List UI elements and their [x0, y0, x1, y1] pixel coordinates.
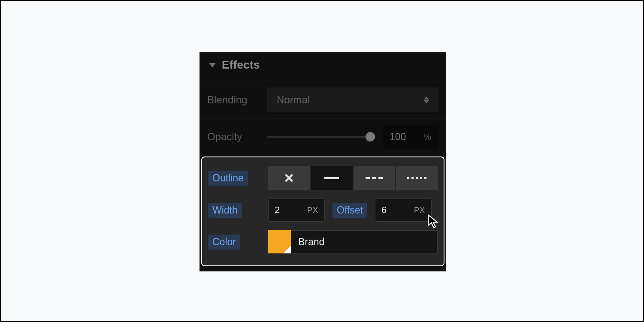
outline-style-group: ✕ [268, 166, 438, 190]
outline-label: Outline [208, 171, 248, 186]
slider-track [267, 136, 375, 138]
offset-input[interactable]: 6 PX [375, 199, 432, 222]
offset-value: 6 [381, 205, 387, 216]
x-icon: ✕ [284, 171, 294, 186]
outline-dashed-button[interactable] [354, 166, 395, 190]
panel-title: Effects [222, 58, 260, 72]
dotted-line-icon [407, 177, 426, 179]
width-value: 2 [275, 205, 280, 216]
effects-panel: Effects Blending Normal Opacity 100 % Ou… [200, 52, 446, 271]
outline-section: Outline ✕ Width 2 PX Offset 6 PX Color [201, 156, 444, 266]
panel-header[interactable]: Effects [200, 52, 446, 81]
blending-row: Blending Normal [200, 81, 446, 118]
opacity-row: Opacity 100 % [200, 118, 446, 155]
offset-unit: PX [414, 206, 425, 215]
outline-dotted-button[interactable] [396, 166, 438, 190]
outline-solid-button[interactable] [311, 166, 352, 190]
collapse-icon [209, 63, 216, 67]
dashed-line-icon [366, 177, 383, 179]
outline-none-button[interactable]: ✕ [268, 166, 310, 190]
opacity-unit: % [423, 132, 432, 142]
width-offset-row: Width 2 PX Offset 6 PX [208, 194, 438, 226]
slider-thumb[interactable] [366, 132, 375, 141]
opacity-value: 100 [390, 131, 406, 143]
color-picker[interactable]: Brand [268, 230, 438, 253]
width-unit: PX [307, 206, 318, 215]
color-row: Color Brand [208, 226, 438, 258]
color-label: Color [208, 235, 240, 250]
width-input[interactable]: 2 PX [268, 199, 325, 222]
blending-label: Blending [207, 94, 260, 106]
outline-row: Outline ✕ [208, 162, 438, 194]
solid-line-icon [324, 177, 339, 179]
width-label: Width [208, 203, 242, 218]
color-swatch[interactable] [268, 230, 291, 253]
opacity-input[interactable]: 100 % [383, 125, 438, 149]
opacity-slider[interactable] [267, 132, 375, 141]
offset-label: Offset [333, 203, 367, 218]
blending-select[interactable]: Normal [267, 87, 438, 112]
color-name: Brand [291, 230, 438, 253]
opacity-label: Opacity [207, 131, 260, 143]
blending-value: Normal [277, 94, 310, 106]
select-arrows-icon [424, 96, 429, 103]
